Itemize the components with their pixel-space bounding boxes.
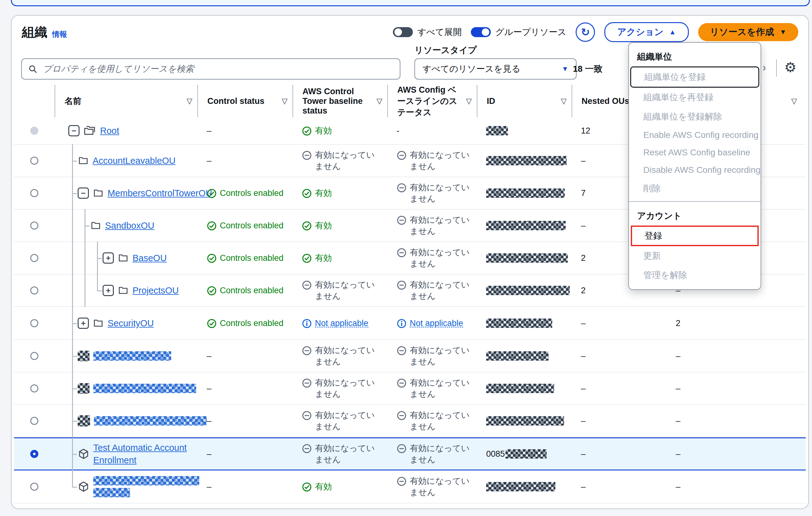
row-radio[interactable] bbox=[30, 127, 38, 135]
collapse-box-icon[interactable]: − bbox=[68, 125, 80, 136]
group-resources-toggle[interactable] bbox=[471, 27, 491, 37]
status-dash: – bbox=[207, 449, 211, 459]
root-folder-icon bbox=[83, 125, 96, 136]
pagination-next-icon[interactable]: › bbox=[762, 61, 766, 74]
ou-folder-icon bbox=[118, 253, 129, 263]
row-radio[interactable] bbox=[30, 156, 38, 165]
refresh-button[interactable]: ↻ bbox=[576, 23, 595, 42]
status-not-enabled: 有効になっていません bbox=[397, 345, 471, 367]
header-ct-baseline[interactable]: AWS Control Tower baseline status▽ bbox=[292, 85, 387, 117]
collapse-box-icon[interactable]: − bbox=[78, 188, 89, 199]
censored-account-icon bbox=[78, 383, 89, 394]
status-enabled: Controls enabled bbox=[207, 318, 284, 329]
status-not-enabled: 有効になっていません bbox=[302, 279, 382, 302]
resource-type-select[interactable]: すべてのリソースを見る ▼ bbox=[414, 58, 577, 80]
row-radio[interactable] bbox=[30, 254, 38, 262]
nested-ous-value: 2 bbox=[581, 253, 586, 263]
menu-item-unmanage-account[interactable]: 管理を解除 bbox=[629, 265, 760, 285]
menu-item-enable-config[interactable]: Enable AWS Config recording bbox=[629, 126, 760, 144]
menu-section-ou: 組織単位 bbox=[629, 46, 760, 66]
search-input[interactable] bbox=[42, 64, 394, 74]
tree-line bbox=[81, 275, 93, 306]
ou-folder-icon bbox=[78, 155, 89, 166]
nested-ous-value: 7 bbox=[581, 189, 586, 198]
status-not-applicable: Not applicable bbox=[397, 318, 463, 329]
info-link[interactable]: 情報 bbox=[52, 29, 67, 39]
status-enabled: Controls enabled bbox=[207, 252, 284, 264]
header-control-status[interactable]: Control status▽ bbox=[197, 85, 292, 117]
row-radio[interactable] bbox=[30, 417, 38, 425]
sort-icon[interactable]: ▽ bbox=[561, 97, 567, 106]
nested-ous-value: – bbox=[581, 351, 586, 361]
create-resource-button[interactable]: リソースを作成 ▼ bbox=[698, 23, 799, 41]
resource-name-link[interactable]: Test Automatic Account Enrollment bbox=[93, 441, 194, 466]
header-name[interactable]: 名前▽ bbox=[55, 85, 197, 117]
sort-icon[interactable]: ▽ bbox=[282, 97, 288, 106]
censored-name[interactable] bbox=[93, 384, 196, 393]
menu-item-delete[interactable]: 削除 bbox=[629, 179, 760, 198]
expand-all-toggle-group[interactable]: すべて展開 bbox=[393, 26, 462, 38]
expand-all-toggle[interactable] bbox=[393, 27, 413, 37]
not-applicable-link[interactable]: Not applicable bbox=[315, 318, 368, 329]
table-row: –有効になっていません有効になっていません–– bbox=[14, 340, 806, 372]
not-applicable-link[interactable]: Not applicable bbox=[410, 318, 463, 329]
resource-name-link[interactable]: SandboxOU bbox=[105, 219, 154, 232]
status-enabled: 有効 bbox=[302, 188, 332, 199]
header-config-baseline[interactable]: AWS Config ベースラインのステータス▽ bbox=[387, 85, 477, 117]
nested-ous-value: – bbox=[581, 449, 586, 459]
expand-box-icon[interactable]: + bbox=[103, 252, 114, 264]
menu-item-disable-config[interactable]: Disable AWS Config recording bbox=[629, 161, 760, 179]
menu-item-register-ou[interactable]: 組織単位を登録 bbox=[630, 66, 759, 88]
accounts-value: – bbox=[676, 351, 680, 361]
tree-elbow bbox=[68, 145, 78, 177]
resource-name-link[interactable]: BaseOU bbox=[133, 252, 167, 264]
menu-item-deregister-ou[interactable]: 組織単位を登録解除 bbox=[629, 107, 760, 126]
expand-box-icon[interactable]: + bbox=[78, 318, 89, 329]
row-radio[interactable] bbox=[30, 189, 38, 197]
censored-name[interactable] bbox=[94, 416, 207, 426]
resource-id bbox=[486, 286, 570, 295]
group-resources-toggle-group[interactable]: グループリソース bbox=[471, 26, 566, 38]
resource-name-link[interactable]: AccountLeavableOU bbox=[93, 154, 176, 167]
resource-id bbox=[486, 351, 549, 361]
table-row: –有効有効になっていません–– bbox=[14, 470, 806, 504]
resource-name-link[interactable]: SecurityOU bbox=[108, 317, 154, 329]
resource-name-link[interactable]: MembersControlTowerOU bbox=[108, 187, 212, 199]
row-radio[interactable] bbox=[30, 450, 38, 458]
settings-gear-icon[interactable]: ⚙ bbox=[784, 59, 796, 75]
censored-name[interactable] bbox=[93, 476, 199, 497]
sort-icon[interactable]: ▽ bbox=[791, 97, 797, 106]
row-radio[interactable] bbox=[30, 319, 38, 327]
resource-name-link[interactable]: Root bbox=[100, 124, 119, 137]
row-radio[interactable] bbox=[30, 384, 38, 393]
resource-type-label: リソースタイプ bbox=[414, 44, 477, 56]
sort-icon[interactable]: ▽ bbox=[377, 97, 382, 106]
chevron-up-icon: ▲ bbox=[669, 28, 676, 36]
censored-name[interactable] bbox=[93, 351, 171, 361]
search-box[interactable] bbox=[21, 58, 400, 80]
status-not-applicable: Not applicable bbox=[302, 318, 368, 329]
menu-item-update-account[interactable]: 更新 bbox=[629, 246, 760, 265]
status-enabled: 有効 bbox=[302, 125, 332, 136]
sort-icon[interactable]: ▽ bbox=[466, 97, 472, 106]
resource-name-link[interactable]: ProjectsOU bbox=[133, 284, 179, 297]
menu-item-enroll-account[interactable]: 登録 bbox=[631, 226, 759, 246]
select-chevron-icon: ▼ bbox=[561, 65, 569, 73]
tree-elbow bbox=[68, 177, 78, 209]
status-enabled: 有効 bbox=[302, 481, 332, 492]
resource-id bbox=[486, 253, 568, 263]
row-radio[interactable] bbox=[30, 286, 38, 294]
expand-box-icon[interactable]: + bbox=[103, 285, 114, 296]
accounts-value: – bbox=[676, 449, 680, 459]
resource-id bbox=[486, 482, 555, 491]
menu-item-reset-config[interactable]: Reset AWS Config baseline bbox=[629, 144, 760, 161]
row-radio[interactable] bbox=[30, 222, 38, 230]
header-select bbox=[21, 85, 55, 117]
status-dash: – bbox=[207, 126, 211, 136]
actions-button[interactable]: アクション ▲ bbox=[604, 22, 689, 42]
sort-icon[interactable]: ▽ bbox=[187, 97, 193, 106]
row-radio[interactable] bbox=[30, 483, 38, 491]
menu-item-reregister-ou[interactable]: 組織単位を再登録 bbox=[629, 88, 760, 107]
header-id[interactable]: ID▽ bbox=[477, 85, 572, 117]
row-radio[interactable] bbox=[30, 352, 38, 360]
